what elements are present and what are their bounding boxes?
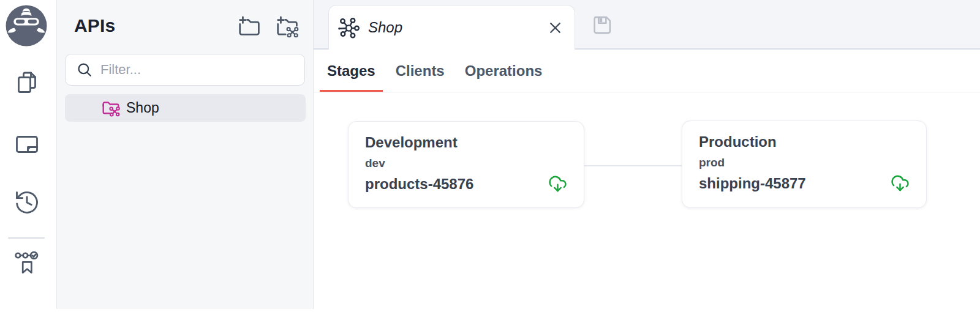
stage-title: Production: [699, 133, 910, 150]
stage-id: prod: [699, 156, 910, 169]
gorilla-logo[interactable]: [6, 5, 47, 46]
stage-card-production[interactable]: Production prod shipping-45877: [682, 121, 927, 208]
new-folder-icon[interactable]: [238, 15, 261, 39]
sidebar-item-label: Shop: [126, 100, 159, 116]
stage-deployment: shipping-45877: [699, 175, 806, 192]
history-icon[interactable]: [13, 188, 41, 217]
search-icon: [77, 62, 92, 78]
app-window: APIs: [0, 0, 980, 312]
cloud-download-icon[interactable]: [548, 174, 567, 193]
tab-shop[interactable]: Shop: [328, 5, 575, 50]
api-folder-icon: [102, 98, 121, 117]
stage-deployment: products-45876: [365, 176, 473, 193]
picture-in-picture-icon[interactable]: [13, 130, 41, 158]
stage-connector-line: [584, 165, 683, 166]
close-icon[interactable]: [546, 19, 564, 36]
tab-stages[interactable]: Stages: [320, 50, 383, 92]
stage-title: Development: [365, 134, 567, 151]
filter-box: [65, 54, 305, 86]
save-floppy-icon[interactable]: [590, 13, 614, 37]
gorilla-logo-icon: [6, 5, 47, 46]
nav-rail: [0, 0, 57, 309]
cloud-download-icon[interactable]: [891, 174, 910, 193]
rail-divider: [8, 237, 45, 239]
sidebar-item-shop[interactable]: Shop: [65, 94, 306, 122]
tab-title: Shop: [368, 19, 402, 36]
tab-clients[interactable]: Clients: [388, 50, 452, 92]
apis-sidebar: APIs: [57, 0, 314, 309]
api-network-icon: [337, 16, 360, 39]
sidebar-title: APIs: [74, 15, 116, 36]
new-api-folder-icon[interactable]: [276, 15, 299, 39]
tab-operations[interactable]: Operations: [458, 50, 550, 92]
stage-card-development[interactable]: Development dev products-45876: [348, 121, 584, 208]
editor-main: Shop Stages Clients Operations: [314, 0, 980, 312]
copy-icon[interactable]: [13, 69, 41, 97]
stage-id: dev: [365, 157, 567, 170]
checks-bookmark-icon[interactable]: [13, 248, 41, 277]
stage-subtabs: Stages Clients Operations: [314, 50, 980, 92]
editor-tabbar: Shop: [314, 0, 980, 50]
filter-input[interactable]: [100, 62, 296, 78]
